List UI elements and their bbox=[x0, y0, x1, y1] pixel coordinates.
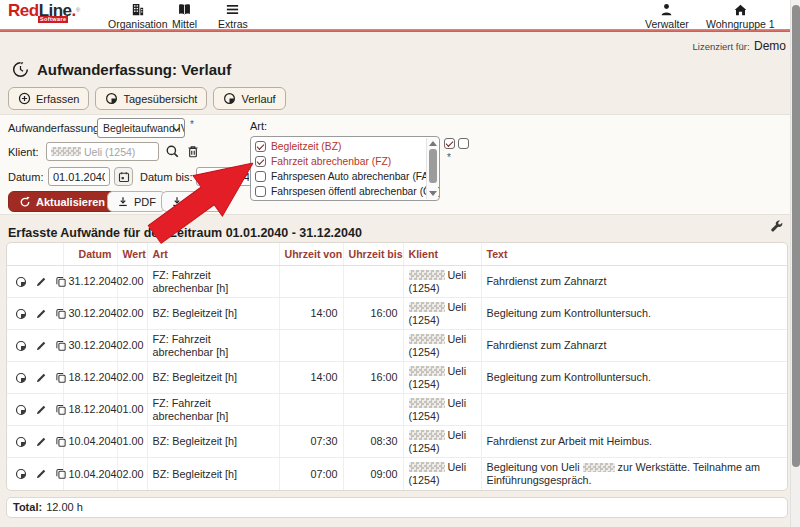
menu-item-organisation[interactable]: Organisation bbox=[108, 2, 168, 30]
section-title: Erfasste Aufwände für den Zeitraum 01.01… bbox=[8, 226, 362, 240]
license-strip: Lizenziert für: Demo bbox=[0, 32, 800, 53]
total-label: Total: bbox=[13, 501, 42, 513]
listbox-scrollbar[interactable] bbox=[426, 138, 438, 199]
art-option-fahrspesen-auto[interactable]: Fahrspesen Auto abrechenbar (FA) bbox=[255, 169, 425, 184]
aufwanderfassung-label: Aufwanderfassung: bbox=[8, 122, 102, 134]
chevron-down-icon bbox=[172, 125, 181, 133]
edit-pencil-icon[interactable] bbox=[35, 404, 47, 416]
art-option-begleitzeit[interactable]: Begleitzeit (BZ) bbox=[255, 139, 425, 154]
klient-label: Klient: bbox=[8, 146, 39, 158]
day-view-icon[interactable] bbox=[15, 436, 27, 448]
art-option-fahrspesen-oev[interactable]: Fahrspesen öffentl abrechenbar (ÖV) bbox=[255, 184, 425, 199]
book-icon bbox=[177, 2, 192, 17]
copy-icon[interactable] bbox=[55, 436, 67, 448]
table-row: 10.04.2040 2.00 BZ: Begleitzeit [h] 07:0… bbox=[7, 458, 787, 490]
refresh-icon bbox=[19, 196, 31, 208]
copy-icon[interactable] bbox=[55, 372, 67, 384]
scrollbar-thumb[interactable] bbox=[429, 149, 437, 183]
datum-calendar-icon[interactable] bbox=[114, 167, 133, 186]
art-option-fahrzeit[interactable]: Fahrzeit abrechenbar (FZ) bbox=[255, 154, 425, 169]
home-icon bbox=[733, 2, 748, 17]
menu-label: Verwalter bbox=[645, 18, 689, 30]
edit-pencil-icon[interactable] bbox=[35, 276, 47, 288]
menu-item-wohngruppe[interactable]: Wohngruppe 1 bbox=[706, 2, 775, 30]
menu-label: Organisation bbox=[108, 18, 168, 30]
top-menu-bar: RedLine.® Software Organisation Mittel E… bbox=[0, 0, 800, 29]
copy-icon[interactable] bbox=[55, 468, 67, 480]
klient-input[interactable]: Ueli (1254) bbox=[46, 142, 159, 161]
col-header-text: Text bbox=[481, 243, 787, 266]
datum-input[interactable] bbox=[48, 167, 110, 186]
edit-pencil-icon[interactable] bbox=[35, 308, 47, 320]
day-view-icon[interactable] bbox=[15, 372, 27, 384]
pdf-button[interactable]: PDF bbox=[107, 191, 166, 212]
censored-name bbox=[409, 398, 445, 408]
tagesuebersicht-button[interactable]: Tagesübersicht bbox=[95, 87, 207, 110]
download-icon bbox=[117, 196, 129, 208]
table-row: 18.12.2040 1.00 FZ: Fahrzeit abrechenbar… bbox=[7, 394, 787, 426]
copy-icon[interactable] bbox=[55, 308, 67, 320]
art-select-all-checkbox[interactable] bbox=[444, 138, 455, 149]
censored-klient-name bbox=[51, 147, 81, 156]
menu-item-verwalter[interactable]: Verwalter bbox=[645, 2, 689, 30]
klient-clear-trash-icon[interactable] bbox=[186, 144, 200, 159]
day-view-icon[interactable] bbox=[15, 340, 27, 352]
datum-bis-input[interactable] bbox=[196, 167, 254, 186]
checkbox[interactable] bbox=[255, 156, 266, 167]
datum-bis-label: Datum bis: bbox=[140, 171, 193, 183]
actions-header bbox=[7, 243, 63, 266]
klient-search-icon[interactable] bbox=[165, 144, 180, 159]
col-header-klient: Klient bbox=[403, 243, 481, 266]
censored-name bbox=[409, 462, 445, 472]
copy-icon[interactable] bbox=[55, 276, 67, 288]
edit-pencil-icon[interactable] bbox=[35, 436, 47, 448]
pdf-secondary-button[interactable]: PDF bbox=[161, 191, 225, 212]
table-row: 10.04.2040 1.00 BZ: Begleitzeit [h] 07:3… bbox=[7, 426, 787, 458]
censored-name bbox=[409, 334, 445, 344]
copy-icon[interactable] bbox=[55, 340, 67, 352]
page-title: Aufwanderfassung: Verlauf bbox=[37, 61, 231, 78]
toolbar: Erfassen Tagesübersicht Verlauf bbox=[8, 87, 800, 110]
table-row: 31.12.2040 2.00 FZ: Fahrzeit abrechenbar… bbox=[7, 266, 787, 298]
art-listbox: Begleitzeit (BZ) Fahrzeit abrechenbar (F… bbox=[250, 136, 440, 201]
art-select-none-checkbox[interactable] bbox=[458, 138, 469, 149]
edit-pencil-icon[interactable] bbox=[35, 468, 47, 480]
table-row: 30.12.2040 2.00 BZ: Begleitzeit [h] 14:0… bbox=[7, 298, 787, 330]
redline-logo[interactable]: RedLine.® Software bbox=[8, 2, 80, 23]
total-bar: Total: 12.00 h bbox=[6, 497, 788, 518]
day-view-icon[interactable] bbox=[15, 308, 27, 320]
col-header-art: Art bbox=[147, 243, 279, 266]
menu-item-mittel[interactable]: Mittel bbox=[172, 2, 197, 30]
wrench-icon[interactable] bbox=[770, 220, 784, 234]
censored-name bbox=[583, 463, 615, 472]
page-scrollbar[interactable] bbox=[790, 0, 800, 527]
scrollbar-thumb[interactable] bbox=[792, 5, 800, 467]
checkbox[interactable] bbox=[255, 186, 266, 197]
erfassen-button[interactable]: Erfassen bbox=[8, 87, 89, 110]
table-row: 30.12.2040 2.00 FZ: Fahrzeit abrechenbar… bbox=[7, 330, 787, 362]
censored-name bbox=[409, 366, 445, 376]
person-icon bbox=[659, 2, 674, 17]
day-view-icon[interactable] bbox=[15, 404, 27, 416]
checkbox[interactable] bbox=[255, 171, 266, 182]
checkbox[interactable] bbox=[255, 141, 266, 152]
menu-label: Wohngruppe 1 bbox=[706, 18, 775, 30]
menu-item-extras[interactable]: Extras bbox=[218, 2, 248, 30]
scroll-down-arrow-icon[interactable] bbox=[429, 191, 437, 196]
clock-history-icon bbox=[12, 61, 29, 78]
required-marker: * bbox=[447, 152, 451, 163]
edit-pencil-icon[interactable] bbox=[35, 340, 47, 352]
aktualisieren-button[interactable]: Aktualisieren bbox=[8, 191, 116, 212]
verlauf-button[interactable]: Verlauf bbox=[213, 87, 285, 110]
half-circle-icon bbox=[223, 92, 236, 105]
page-title-row: Aufwanderfassung: Verlauf bbox=[12, 58, 800, 80]
edit-pencil-icon[interactable] bbox=[35, 372, 47, 384]
day-view-icon[interactable] bbox=[15, 276, 27, 288]
copy-icon[interactable] bbox=[55, 404, 67, 416]
app-window: RedLine.® Software Organisation Mittel E… bbox=[0, 0, 800, 527]
aufwanderfassung-select[interactable]: Begleitaufwand IV bbox=[97, 118, 185, 138]
download-icon bbox=[171, 196, 183, 208]
scroll-up-arrow-icon[interactable] bbox=[429, 141, 437, 146]
organisation-icon bbox=[130, 2, 145, 17]
day-view-icon[interactable] bbox=[15, 468, 27, 480]
